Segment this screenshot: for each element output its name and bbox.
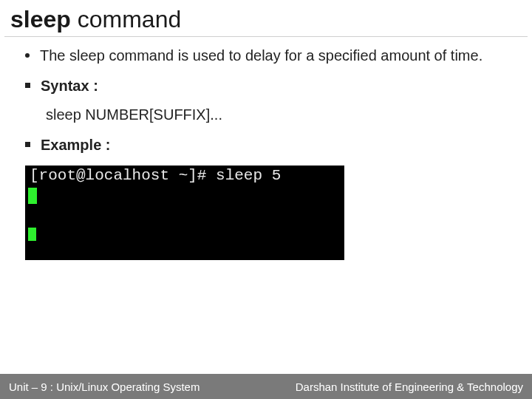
syntax-value: sleep NUMBER[SUFFIX]... [46,106,507,123]
footer-right: Darshan Institute of Engineering & Techn… [296,381,523,393]
example-label: Example : [41,135,507,155]
content-area: The sleep command is used to delay for a… [0,37,532,260]
syntax-label: Syntax : [41,76,507,96]
bullet-intro: The sleep command is used to delay for a… [25,46,507,66]
terminal-cursor-icon [28,188,37,204]
bullet-syntax: Syntax : [25,76,507,96]
slide-footer: Unit – 9 : Unix/Linux Operating System D… [0,374,532,399]
terminal-cursor-icon [28,228,36,241]
terminal-prompt: [root@localhost ~]# sleep 5 [30,167,340,184]
terminal-screenshot: [root@localhost ~]# sleep 5 [25,166,344,260]
bullet-example: Example : [25,135,507,155]
bullet-square-icon [25,83,30,88]
footer-left: Unit – 9 : Unix/Linux Operating System [9,381,200,393]
intro-text: The sleep command is used to delay for a… [40,46,507,66]
bullet-square-icon [25,142,30,147]
title-normal: command [78,6,182,33]
slide-title: sleep command [0,0,532,36]
bullet-dot-icon [25,53,30,58]
title-bold: sleep [10,6,78,33]
